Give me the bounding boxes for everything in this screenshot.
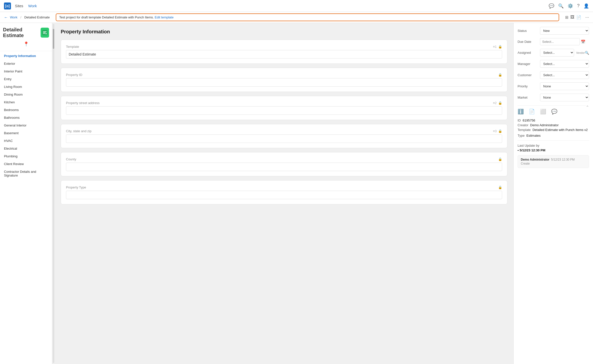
template-row: Template Detailed Estimate with Punch It…	[518, 128, 589, 132]
assigned-select[interactable]: Select...	[540, 49, 574, 57]
sidebar-item-entry[interactable]: Entry	[0, 75, 52, 83]
sidebar-item-plumbing[interactable]: Plumbing	[0, 152, 52, 160]
field-icons-property_type: 🔒	[498, 185, 502, 189]
label-text-city_state_zip: City, state and zip	[66, 129, 91, 133]
help-icon[interactable]: ?	[577, 3, 580, 8]
last-update-value: • 5/12/23 12:30 PM	[518, 148, 545, 152]
manager-select[interactable]: Select...	[540, 60, 589, 68]
back-button[interactable]: ←	[4, 15, 8, 20]
input-template[interactable]	[66, 50, 502, 59]
view-toggle-icons: ⊞ 🖼 📄	[565, 15, 581, 20]
label-text-property_id: Property ID	[66, 73, 82, 77]
market-select[interactable]: None	[540, 94, 589, 101]
tab-info[interactable]: ℹ️	[518, 109, 524, 115]
grid-view-icon[interactable]: ⊞	[565, 15, 568, 20]
input-property_street_address[interactable]	[66, 106, 502, 115]
right-sidebar: Status NewIn ProgressCompletedCancelled …	[513, 23, 593, 364]
sidebar-item-bedrooms[interactable]: Bedrooms	[0, 106, 52, 114]
form-card-county: County🔒	[61, 152, 507, 176]
select-property_type[interactable]	[66, 191, 502, 199]
customer-label: Customer	[518, 73, 540, 77]
form-cards: Template≡1🔒Property ID🔒Property street a…	[61, 40, 507, 204]
banner-text: Test project for draft template Detailed…	[59, 15, 154, 19]
sidebar-item-hvac[interactable]: HVAC	[0, 137, 52, 145]
creator-value: Demo Administrator	[530, 123, 559, 127]
sidebar-item-bathrooms[interactable]: Bathrooms	[0, 114, 52, 121]
sidebar-item-property-information[interactable]: Property Information	[0, 52, 52, 60]
template-value: Detailed Estimate with Punch Items v2	[533, 128, 588, 132]
sidebar-nav: Property InformationExteriorInterior Pai…	[0, 52, 52, 179]
market-label: Market	[518, 96, 540, 99]
field-badge-template: ≡1	[493, 45, 497, 49]
manager-label: Manager	[518, 62, 540, 66]
due-date-row: Due Date 📅	[518, 38, 589, 45]
sidebar-item-client-review[interactable]: Client Review	[0, 160, 52, 168]
search-vendor-icon[interactable]: 🔍	[585, 51, 589, 55]
left-sidebar-container: Detailed Estimate 📍 Property Information…	[0, 23, 55, 364]
sidebar-item-general-interior[interactable]: General Interior	[0, 121, 52, 129]
label-text-template: Template	[66, 45, 79, 49]
left-sidebar: Detailed Estimate 📍 Property Information…	[0, 23, 52, 364]
tab-documents[interactable]: 📄	[529, 109, 535, 115]
sidebar-item-living-room[interactable]: Living Room	[0, 83, 52, 91]
status-label: Status	[518, 29, 540, 33]
svg-rect-4	[46, 33, 47, 34]
svg-rect-3	[43, 33, 45, 34]
priority-select[interactable]: NoneLowMediumHigh	[540, 82, 589, 90]
sidebar-item-kitchen[interactable]: Kitchen	[0, 98, 52, 106]
customer-select[interactable]: Select...	[540, 71, 589, 79]
calendar-icon[interactable]: 📅	[581, 40, 586, 44]
sidebar-divider	[0, 51, 52, 51]
field-label-county: County🔒	[66, 157, 502, 161]
field-badge-city_state_zip: ≡3	[493, 129, 497, 133]
sidebar-scrollbar[interactable]	[53, 24, 54, 363]
manager-row: Manager Select...	[518, 60, 589, 68]
field-label-property_type: Property Type🔒	[66, 185, 502, 189]
sidebar-item-electrical[interactable]: Electrical	[0, 145, 52, 152]
search-icon[interactable]: 🔍	[558, 3, 564, 9]
edit-template-link[interactable]: Edit template	[155, 15, 174, 19]
sub-nav: ← Work / Detailed Estimate Test project …	[0, 12, 593, 23]
form-card-template: Template≡1🔒	[61, 40, 507, 64]
right-sidebar-tabs: ℹ️ 📄 ⬜ 💬	[518, 105, 586, 115]
lock-icon-city_state_zip: 🔒	[498, 129, 502, 133]
lock-icon-property_id: 🔒	[498, 73, 502, 77]
sidebar-item-interior-paint[interactable]: Interior Paint	[0, 67, 52, 75]
doc-view-icon[interactable]: 📄	[576, 15, 581, 20]
user-avatar[interactable]: 👤	[584, 3, 589, 9]
tab-messages[interactable]: 💬	[551, 109, 557, 115]
field-label-property_id: Property ID🔒	[66, 73, 502, 77]
svg-rect-2	[43, 32, 46, 33]
settings-icon[interactable]: ⚙️	[568, 3, 573, 9]
image-view-icon[interactable]: 🖼	[570, 15, 574, 20]
app-logo[interactable]: [o]	[4, 2, 11, 9]
last-update-value-row: • 5/12/23 12:30 PM	[518, 148, 589, 152]
collapse-button[interactable]: ⌃	[586, 105, 589, 110]
sidebar-scroll-thumb[interactable]	[53, 29, 54, 49]
due-date-input[interactable]	[540, 38, 580, 45]
sidebar-item-basement[interactable]: Basement	[0, 129, 52, 137]
sidebar-item-exterior[interactable]: Exterior	[0, 60, 52, 67]
field-icons-county: 🔒	[498, 157, 502, 161]
creator-label: Creator	[518, 123, 528, 127]
location-icon: 📍	[0, 40, 52, 50]
market-value: None	[540, 94, 589, 101]
status-select[interactable]: NewIn ProgressCompletedCancelled	[540, 27, 589, 35]
top-nav-icons: 💬 🔍 ⚙️ ? 👤	[549, 3, 589, 9]
input-county[interactable]	[66, 163, 502, 171]
tab-layout[interactable]: ⬜	[540, 109, 546, 115]
input-city_state_zip[interactable]	[66, 134, 502, 143]
nav-sites[interactable]: Sites	[15, 4, 23, 8]
due-date-label: Due Date	[518, 40, 540, 44]
last-update-label: Last Update by	[518, 144, 539, 147]
chat-icon[interactable]: 💬	[549, 3, 554, 9]
sidebar-item-dining-room[interactable]: Dining Room	[0, 91, 52, 98]
input-property_id[interactable]	[66, 78, 502, 87]
nav-work[interactable]: Work	[28, 4, 37, 8]
customer-row: Customer Select...	[518, 71, 589, 79]
activity-user: Demo Administrator 5/12/23 12:30 PM	[521, 158, 586, 161]
sidebar-item-contractor-details-and-signature[interactable]: Contractor Details and Signature	[0, 168, 52, 179]
draft-template-banner: Test project for draft template Detailed…	[56, 13, 559, 21]
breadcrumb-work[interactable]: Work	[10, 15, 17, 19]
more-options-button[interactable]: ···	[585, 15, 589, 20]
